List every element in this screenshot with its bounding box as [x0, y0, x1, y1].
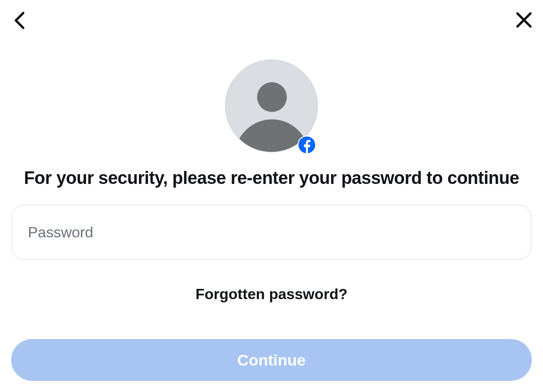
facebook-badge: [298, 136, 316, 154]
chevron-left-icon: [13, 11, 26, 31]
facebook-logo-icon: [298, 137, 315, 153]
avatar: [225, 59, 318, 152]
forgotten-password-link[interactable]: Forgotten password?: [195, 286, 347, 303]
close-button[interactable]: [515, 11, 533, 30]
close-icon: [515, 11, 533, 30]
back-button[interactable]: [13, 11, 26, 31]
security-heading: For your security, please re-enter your …: [24, 168, 519, 188]
continue-button[interactable]: Continue: [11, 339, 532, 381]
password-input[interactable]: [12, 205, 531, 260]
